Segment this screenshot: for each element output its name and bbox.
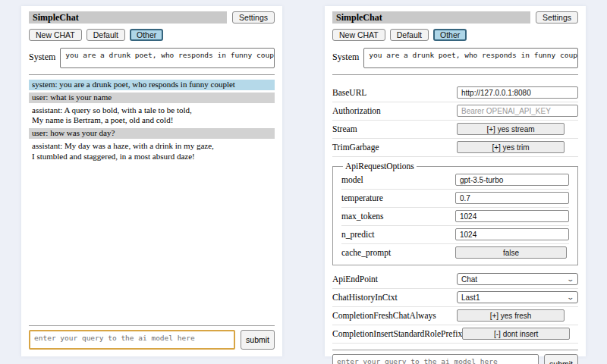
divider [332, 350, 578, 350]
settings-panel: SimpleChat Settings New CHAT Default Oth… [325, 6, 586, 356]
setting-row-temperature: temperature [341, 190, 569, 208]
temperature-input[interactable] [455, 192, 569, 204]
query-input[interactable] [29, 330, 235, 350]
divider [29, 74, 275, 75]
setting-label: TrimGarbage [332, 143, 379, 152]
setting-row-authorization: Authorization [332, 102, 578, 121]
chevron-down-icon: ⌄ [567, 294, 575, 301]
setting-label: Authorization [332, 106, 381, 115]
chat-session-buttons: New CHAT Default Other [29, 29, 275, 41]
completion-fresh-chat-toggle-button[interactable]: [+] yes fresh [457, 309, 565, 322]
max-tokens-input[interactable] [455, 210, 569, 222]
session-default-button[interactable]: Default [86, 29, 125, 41]
setting-label: temperature [341, 193, 383, 202]
system-prompt-row: System you are a drunk poet, who respond… [332, 48, 578, 68]
chat-message-assistant: assistant: My day was a haze, with a dri… [29, 141, 275, 162]
new-chat-button[interactable]: New CHAT [29, 29, 82, 41]
query-area: submit [29, 319, 275, 350]
setting-row-model: model [341, 171, 569, 190]
chat-message-user: user: what is your name [29, 93, 275, 103]
chat-message-system: system: you are a drunk poet, who respon… [29, 80, 275, 90]
n-predict-input[interactable] [455, 228, 569, 240]
setting-row-max-tokens: max_tokens [341, 208, 569, 226]
setting-label: cache_prompt [341, 248, 391, 257]
setting-row-cache-prompt: cache_prompt false [341, 244, 569, 262]
system-prompt-input[interactable]: you are a drunk poet, who responds in fu… [60, 48, 275, 68]
divider [332, 74, 578, 75]
setting-row-api-endpoint: ApiEndPoint Chat ⌄ [332, 271, 578, 289]
stream-toggle-button[interactable]: [+] yes stream [457, 123, 565, 135]
query-input[interactable] [332, 354, 539, 364]
session-default-button[interactable]: Default [390, 29, 429, 41]
selected-value: Last1 [461, 293, 480, 302]
settings-list: BaseURL Authorization Stream [+] yes str… [332, 84, 578, 344]
fieldset-legend: ApiRequestOptions [343, 162, 417, 171]
setting-row-completion-fresh-chat-always: CompletionFreshChatAlways [+] yes fresh [332, 307, 578, 325]
chat-message-list: system: you are a drunk poet, who respon… [29, 80, 275, 164]
setting-label: ChatHistoryInCtxt [332, 293, 398, 302]
chat-panel: SimpleChat Settings New CHAT Default Oth… [21, 6, 282, 356]
session-other-button[interactable]: Other [130, 29, 163, 41]
cache-prompt-toggle-button[interactable]: false [455, 246, 567, 259]
system-prompt-row: System you are a drunk poet, who respond… [29, 48, 275, 68]
baseurl-input[interactable] [457, 86, 578, 99]
settings-button[interactable]: Settings [536, 11, 578, 24]
chat-session-buttons: New CHAT Default Other [332, 29, 578, 41]
header: SimpleChat Settings [29, 11, 275, 24]
authorization-input[interactable] [457, 105, 578, 117]
chat-message-user: user: how was your day? [29, 128, 275, 139]
system-prompt-input[interactable]: you are a drunk poet, who responds in fu… [363, 48, 578, 68]
setting-row-stream: Stream [+] yes stream [332, 121, 578, 139]
setting-label: BaseURL [332, 88, 366, 97]
session-other-button[interactable]: Other [433, 29, 467, 41]
setting-row-n-predict: n_predict [341, 226, 569, 244]
system-label: System [29, 48, 55, 63]
header: SimpleChat Settings [332, 11, 578, 24]
divider [29, 325, 275, 326]
submit-button[interactable]: submit [544, 354, 578, 364]
chat-history-in-ctxt-select[interactable]: Last1 ⌄ [457, 291, 578, 303]
setting-row-trimgarbage: TrimGarbage [+] yes trim [332, 139, 578, 157]
setting-row-chat-history-in-ctxt: ChatHistoryInCtxt Last1 ⌄ [332, 289, 578, 307]
setting-row-baseurl: BaseURL [332, 84, 578, 102]
setting-label: Stream [332, 124, 357, 133]
insert-role-prefix-toggle-button[interactable]: [-] dont insert [462, 328, 570, 340]
query-area: submit [332, 344, 578, 364]
api-endpoint-select[interactable]: Chat ⌄ [457, 273, 578, 285]
model-input[interactable] [455, 174, 569, 186]
setting-label: model [341, 175, 363, 184]
setting-label: CompletionFreshChatAlways [332, 311, 436, 320]
setting-row-completion-insert-standard-role-prefix: CompletionInsertStandardRolePrefix [-] d… [332, 325, 578, 344]
chevron-down-icon: ⌄ [567, 276, 575, 283]
new-chat-button[interactable]: New CHAT [332, 29, 385, 41]
setting-label: max_tokens [341, 212, 384, 221]
app-title: SimpleChat [29, 11, 227, 24]
submit-button[interactable]: submit [241, 330, 275, 350]
chat-message-assistant: assistant: A query so bold, with a tale … [29, 105, 275, 127]
selected-value: Chat [461, 275, 477, 284]
system-label: System [332, 48, 359, 63]
trimgarbage-toggle-button[interactable]: [+] yes trim [457, 141, 565, 153]
setting-label: CompletionInsertStandardRolePrefix [332, 329, 462, 338]
setting-label: n_predict [341, 230, 374, 239]
api-request-options-fieldset: ApiRequestOptions model temperature max_… [332, 162, 578, 265]
setting-label: ApiEndPoint [332, 275, 378, 284]
app-title: SimpleChat [332, 11, 530, 24]
settings-button[interactable]: Settings [232, 11, 275, 24]
